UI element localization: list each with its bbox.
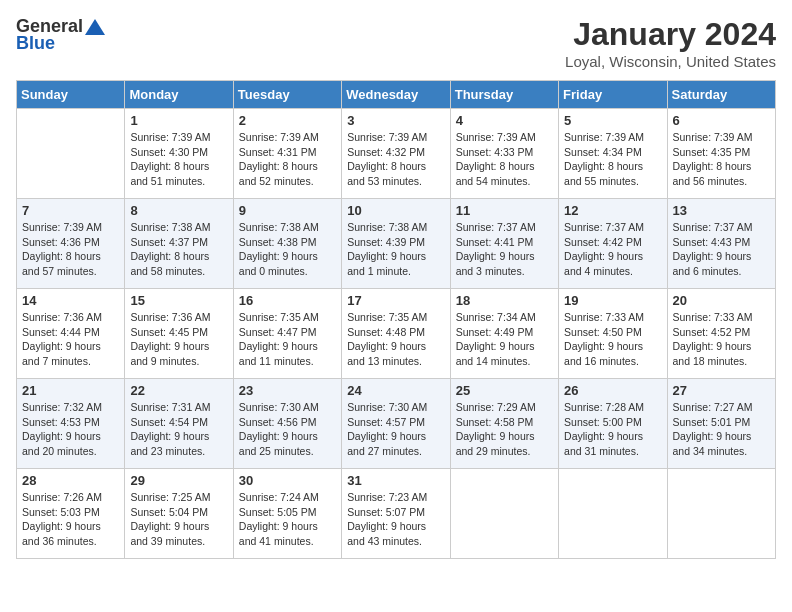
calendar-cell: 8Sunrise: 7:38 AMSunset: 4:37 PMDaylight… bbox=[125, 199, 233, 289]
day-info: Sunrise: 7:37 AMSunset: 4:41 PMDaylight:… bbox=[456, 220, 553, 279]
day-number: 20 bbox=[673, 293, 770, 308]
calendar-cell: 31Sunrise: 7:23 AMSunset: 5:07 PMDayligh… bbox=[342, 469, 450, 559]
calendar-cell bbox=[667, 469, 775, 559]
page-header: General Blue January 2024 Loyal, Wiscons… bbox=[16, 16, 776, 70]
calendar-cell: 30Sunrise: 7:24 AMSunset: 5:05 PMDayligh… bbox=[233, 469, 341, 559]
day-info: Sunrise: 7:36 AMSunset: 4:44 PMDaylight:… bbox=[22, 310, 119, 369]
day-number: 10 bbox=[347, 203, 444, 218]
calendar-cell: 2Sunrise: 7:39 AMSunset: 4:31 PMDaylight… bbox=[233, 109, 341, 199]
day-info: Sunrise: 7:38 AMSunset: 4:38 PMDaylight:… bbox=[239, 220, 336, 279]
column-header-thursday: Thursday bbox=[450, 81, 558, 109]
day-number: 15 bbox=[130, 293, 227, 308]
day-number: 13 bbox=[673, 203, 770, 218]
day-number: 14 bbox=[22, 293, 119, 308]
day-info: Sunrise: 7:37 AMSunset: 4:42 PMDaylight:… bbox=[564, 220, 661, 279]
day-number: 4 bbox=[456, 113, 553, 128]
day-number: 29 bbox=[130, 473, 227, 488]
calendar-cell: 22Sunrise: 7:31 AMSunset: 4:54 PMDayligh… bbox=[125, 379, 233, 469]
calendar-cell: 23Sunrise: 7:30 AMSunset: 4:56 PMDayligh… bbox=[233, 379, 341, 469]
calendar-cell: 10Sunrise: 7:38 AMSunset: 4:39 PMDayligh… bbox=[342, 199, 450, 289]
day-info: Sunrise: 7:39 AMSunset: 4:30 PMDaylight:… bbox=[130, 130, 227, 189]
calendar-cell: 4Sunrise: 7:39 AMSunset: 4:33 PMDaylight… bbox=[450, 109, 558, 199]
day-number: 7 bbox=[22, 203, 119, 218]
day-info: Sunrise: 7:38 AMSunset: 4:37 PMDaylight:… bbox=[130, 220, 227, 279]
day-number: 8 bbox=[130, 203, 227, 218]
calendar-cell: 14Sunrise: 7:36 AMSunset: 4:44 PMDayligh… bbox=[17, 289, 125, 379]
day-info: Sunrise: 7:35 AMSunset: 4:48 PMDaylight:… bbox=[347, 310, 444, 369]
day-info: Sunrise: 7:39 AMSunset: 4:35 PMDaylight:… bbox=[673, 130, 770, 189]
day-info: Sunrise: 7:37 AMSunset: 4:43 PMDaylight:… bbox=[673, 220, 770, 279]
day-info: Sunrise: 7:30 AMSunset: 4:57 PMDaylight:… bbox=[347, 400, 444, 459]
day-info: Sunrise: 7:39 AMSunset: 4:36 PMDaylight:… bbox=[22, 220, 119, 279]
calendar-cell: 3Sunrise: 7:39 AMSunset: 4:32 PMDaylight… bbox=[342, 109, 450, 199]
calendar-header-row: SundayMondayTuesdayWednesdayThursdayFrid… bbox=[17, 81, 776, 109]
day-number: 12 bbox=[564, 203, 661, 218]
day-info: Sunrise: 7:38 AMSunset: 4:39 PMDaylight:… bbox=[347, 220, 444, 279]
calendar-cell bbox=[450, 469, 558, 559]
day-number: 31 bbox=[347, 473, 444, 488]
calendar-week-5: 28Sunrise: 7:26 AMSunset: 5:03 PMDayligh… bbox=[17, 469, 776, 559]
calendar-cell: 1Sunrise: 7:39 AMSunset: 4:30 PMDaylight… bbox=[125, 109, 233, 199]
day-info: Sunrise: 7:27 AMSunset: 5:01 PMDaylight:… bbox=[673, 400, 770, 459]
title-area: January 2024 Loyal, Wisconsin, United St… bbox=[565, 16, 776, 70]
day-info: Sunrise: 7:26 AMSunset: 5:03 PMDaylight:… bbox=[22, 490, 119, 549]
column-header-monday: Monday bbox=[125, 81, 233, 109]
day-number: 30 bbox=[239, 473, 336, 488]
logo: General Blue bbox=[16, 16, 107, 54]
day-info: Sunrise: 7:39 AMSunset: 4:33 PMDaylight:… bbox=[456, 130, 553, 189]
calendar-cell: 12Sunrise: 7:37 AMSunset: 4:42 PMDayligh… bbox=[559, 199, 667, 289]
day-number: 19 bbox=[564, 293, 661, 308]
day-info: Sunrise: 7:25 AMSunset: 5:04 PMDaylight:… bbox=[130, 490, 227, 549]
day-number: 18 bbox=[456, 293, 553, 308]
calendar-cell: 27Sunrise: 7:27 AMSunset: 5:01 PMDayligh… bbox=[667, 379, 775, 469]
calendar-cell: 29Sunrise: 7:25 AMSunset: 5:04 PMDayligh… bbox=[125, 469, 233, 559]
calendar-cell bbox=[17, 109, 125, 199]
day-info: Sunrise: 7:39 AMSunset: 4:34 PMDaylight:… bbox=[564, 130, 661, 189]
calendar-cell: 20Sunrise: 7:33 AMSunset: 4:52 PMDayligh… bbox=[667, 289, 775, 379]
logo-blue-text: Blue bbox=[16, 33, 55, 54]
calendar-week-3: 14Sunrise: 7:36 AMSunset: 4:44 PMDayligh… bbox=[17, 289, 776, 379]
column-header-wednesday: Wednesday bbox=[342, 81, 450, 109]
day-info: Sunrise: 7:30 AMSunset: 4:56 PMDaylight:… bbox=[239, 400, 336, 459]
logo-icon bbox=[85, 17, 105, 37]
day-info: Sunrise: 7:31 AMSunset: 4:54 PMDaylight:… bbox=[130, 400, 227, 459]
day-info: Sunrise: 7:32 AMSunset: 4:53 PMDaylight:… bbox=[22, 400, 119, 459]
calendar-cell: 13Sunrise: 7:37 AMSunset: 4:43 PMDayligh… bbox=[667, 199, 775, 289]
day-info: Sunrise: 7:29 AMSunset: 4:58 PMDaylight:… bbox=[456, 400, 553, 459]
day-number: 11 bbox=[456, 203, 553, 218]
day-number: 24 bbox=[347, 383, 444, 398]
day-info: Sunrise: 7:36 AMSunset: 4:45 PMDaylight:… bbox=[130, 310, 227, 369]
calendar-cell: 19Sunrise: 7:33 AMSunset: 4:50 PMDayligh… bbox=[559, 289, 667, 379]
day-info: Sunrise: 7:28 AMSunset: 5:00 PMDaylight:… bbox=[564, 400, 661, 459]
day-number: 23 bbox=[239, 383, 336, 398]
calendar-week-1: 1Sunrise: 7:39 AMSunset: 4:30 PMDaylight… bbox=[17, 109, 776, 199]
calendar-cell: 6Sunrise: 7:39 AMSunset: 4:35 PMDaylight… bbox=[667, 109, 775, 199]
calendar-cell: 5Sunrise: 7:39 AMSunset: 4:34 PMDaylight… bbox=[559, 109, 667, 199]
day-number: 16 bbox=[239, 293, 336, 308]
day-info: Sunrise: 7:35 AMSunset: 4:47 PMDaylight:… bbox=[239, 310, 336, 369]
day-number: 26 bbox=[564, 383, 661, 398]
calendar-cell: 9Sunrise: 7:38 AMSunset: 4:38 PMDaylight… bbox=[233, 199, 341, 289]
calendar-cell: 17Sunrise: 7:35 AMSunset: 4:48 PMDayligh… bbox=[342, 289, 450, 379]
day-info: Sunrise: 7:23 AMSunset: 5:07 PMDaylight:… bbox=[347, 490, 444, 549]
calendar-cell bbox=[559, 469, 667, 559]
day-info: Sunrise: 7:24 AMSunset: 5:05 PMDaylight:… bbox=[239, 490, 336, 549]
calendar-cell: 24Sunrise: 7:30 AMSunset: 4:57 PMDayligh… bbox=[342, 379, 450, 469]
day-number: 3 bbox=[347, 113, 444, 128]
day-number: 5 bbox=[564, 113, 661, 128]
day-info: Sunrise: 7:33 AMSunset: 4:50 PMDaylight:… bbox=[564, 310, 661, 369]
calendar-cell: 11Sunrise: 7:37 AMSunset: 4:41 PMDayligh… bbox=[450, 199, 558, 289]
day-number: 22 bbox=[130, 383, 227, 398]
day-info: Sunrise: 7:33 AMSunset: 4:52 PMDaylight:… bbox=[673, 310, 770, 369]
day-number: 1 bbox=[130, 113, 227, 128]
calendar-cell: 16Sunrise: 7:35 AMSunset: 4:47 PMDayligh… bbox=[233, 289, 341, 379]
day-info: Sunrise: 7:34 AMSunset: 4:49 PMDaylight:… bbox=[456, 310, 553, 369]
calendar-cell: 25Sunrise: 7:29 AMSunset: 4:58 PMDayligh… bbox=[450, 379, 558, 469]
calendar-week-2: 7Sunrise: 7:39 AMSunset: 4:36 PMDaylight… bbox=[17, 199, 776, 289]
day-info: Sunrise: 7:39 AMSunset: 4:32 PMDaylight:… bbox=[347, 130, 444, 189]
column-header-friday: Friday bbox=[559, 81, 667, 109]
column-header-tuesday: Tuesday bbox=[233, 81, 341, 109]
day-number: 27 bbox=[673, 383, 770, 398]
calendar-cell: 26Sunrise: 7:28 AMSunset: 5:00 PMDayligh… bbox=[559, 379, 667, 469]
svg-marker-0 bbox=[85, 19, 105, 35]
